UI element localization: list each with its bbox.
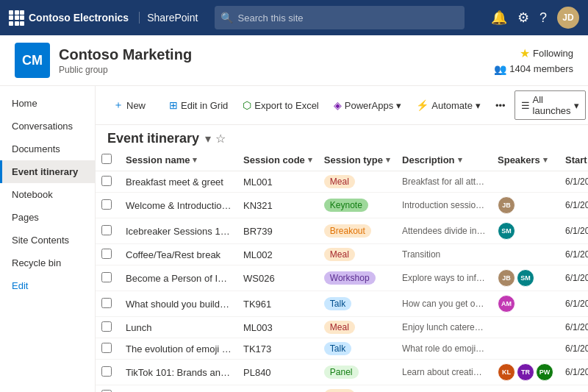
settings-icon[interactable]: ⚙ <box>517 10 529 26</box>
start-time-cell: 6/1/2020 09:00AM <box>559 171 588 193</box>
row-checkbox[interactable] <box>101 298 112 308</box>
session-type-cell: Keynote <box>318 193 396 218</box>
notification-icon[interactable]: 🔔 <box>491 10 507 26</box>
search-input[interactable] <box>215 6 465 29</box>
sidebar-item-recycle-bin[interactable]: Recycle bin <box>0 252 95 274</box>
col-session-code[interactable]: Session code ▾ <box>237 149 318 171</box>
user-avatar[interactable]: JD <box>557 7 579 29</box>
powerapps-button[interactable]: ◈ PowerApps ▾ <box>328 96 407 114</box>
session-name-link[interactable]: Coffee/Tea/Rest break <box>126 249 220 260</box>
col-start-time[interactable]: Start time ▾ <box>559 149 588 171</box>
session-name-cell: What should you build next? 💬 <box>120 291 237 317</box>
sidebar: Home Conversations Documents Event itine… <box>0 86 96 392</box>
speakers-cell <box>492 244 559 266</box>
favorite-icon[interactable]: ☆ <box>215 132 226 146</box>
session-code-cell: KN321 <box>237 193 318 218</box>
session-name-link[interactable]: TikTok 101: Brands and Influ... <box>126 367 237 378</box>
session-name-link[interactable]: What should you build next? <box>126 299 237 310</box>
site-title: Contoso Marketing <box>59 46 192 63</box>
sidebar-item-event-itinerary[interactable]: Event itinerary <box>0 160 95 183</box>
members-count: 👥 1404 members <box>494 63 573 75</box>
session-code-cell: WS026 <box>237 266 318 291</box>
list-title: Event itinerary <box>107 131 199 146</box>
session-code-cell: ML003 <box>237 317 318 338</box>
table-row: Become a Person of InfluenceWS026Worksho… <box>96 266 588 291</box>
row-checkbox[interactable] <box>101 272 112 282</box>
sidebar-item-home[interactable]: Home <box>0 92 95 115</box>
session-code-cell: TK173 <box>237 338 318 360</box>
search-icon: 🔍 <box>220 12 233 24</box>
export-button[interactable]: ⬡ Export to Excel <box>237 96 324 114</box>
all-launches-button[interactable]: ☰ All launches ▾ <box>514 90 586 120</box>
session-type-cell: Meal <box>318 385 396 393</box>
session-type-cell: Meal <box>318 171 396 193</box>
site-icon: CM <box>15 43 50 78</box>
sidebar-item-conversations[interactable]: Conversations <box>0 115 95 138</box>
row-checkbox[interactable] <box>101 199 112 210</box>
sidebar-item-edit[interactable]: Edit <box>0 274 95 297</box>
speakers-cell <box>492 317 559 338</box>
row-checkbox[interactable] <box>101 343 112 353</box>
col-session-type[interactable]: Session type ▾ <box>318 149 396 171</box>
sidebar-item-notebook[interactable]: Notebook <box>0 183 95 206</box>
session-type-badge: Talk <box>324 297 351 310</box>
row-checkbox[interactable] <box>101 390 112 393</box>
edit-grid-button[interactable]: ⊞ Edit in Grid <box>163 96 234 114</box>
session-type-badge: Breakout <box>324 224 371 238</box>
table-row: Icebreaker Sessions 1 - 4BR739BreakoutAt… <box>96 218 588 244</box>
row-checkbox[interactable] <box>101 321 112 332</box>
excel-icon: ⬡ <box>243 99 251 111</box>
row-checkbox[interactable] <box>101 176 112 186</box>
grid-icon: ⊞ <box>169 99 178 111</box>
speaker-avatar: KL <box>498 363 515 381</box>
table-row: Welcome & Introduction 💬KN321KeynoteIntr… <box>96 193 588 218</box>
speaker-avatar: JB <box>498 269 515 287</box>
list-icon: ☰ <box>521 100 530 111</box>
session-code-cell: ML004 <box>237 385 318 393</box>
session-name-link[interactable]: Lunch <box>126 322 151 333</box>
content-area: ＋ New ⊞ Edit in Grid ⬡ Export to Excel ◈… <box>96 86 588 392</box>
start-time-cell: 6/1/2020 2:30PM <box>559 360 588 385</box>
sidebar-item-documents[interactable]: Documents <box>0 138 95 160</box>
table-container[interactable]: Session name ▾ Session code ▾ Session ty… <box>96 149 588 392</box>
help-icon[interactable]: ? <box>539 10 547 26</box>
start-time-cell: 6/1/2020 09:30AM <box>559 193 588 218</box>
speaker-avatar: SM <box>498 222 515 240</box>
session-type-cell: Meal <box>318 244 396 266</box>
table-row: TikTok 101: Brands and Influ...PL840Pane… <box>96 360 588 385</box>
speakers-cell: KLTRPW <box>492 360 559 385</box>
row-checkbox[interactable] <box>101 225 112 235</box>
session-name-link[interactable]: Welcome & Introduction <box>126 200 232 211</box>
session-name-link[interactable]: Breakfast meet & greet <box>126 177 223 188</box>
session-name-link[interactable]: Become a Person of Influence <box>126 273 237 284</box>
col-speakers[interactable]: Speakers ▾ <box>492 149 559 171</box>
automate-button[interactable]: ⚡ Automate ▾ <box>410 96 487 114</box>
row-checkbox[interactable] <box>101 366 112 377</box>
description-cell: Introduction session ... <box>396 193 492 218</box>
dropdown-icon[interactable]: ▾ <box>205 132 211 146</box>
plus-icon: ＋ <box>113 99 123 112</box>
following-button[interactable]: ★ Following <box>520 46 573 60</box>
row-checkbox[interactable] <box>101 249 112 259</box>
session-name-cell: Welcome & Introduction 💬 <box>120 193 237 218</box>
session-name-link[interactable]: The evolution of emoji usag... <box>126 343 237 354</box>
people-icon: 👥 <box>494 63 506 75</box>
sidebar-item-site-contents[interactable]: Site Contents <box>0 229 95 252</box>
description-cell: Transition <box>396 244 492 266</box>
app-logo[interactable]: Contoso Electronics <box>9 10 129 26</box>
more-button[interactable]: ••• <box>490 97 512 114</box>
new-button[interactable]: ＋ New <box>107 96 151 115</box>
select-all-checkbox[interactable] <box>101 154 112 164</box>
new-label: New <box>126 100 146 111</box>
start-time-cell: 6/1/2020 10:45AM <box>559 266 588 291</box>
table-row: What should you build next? 💬TK961TalkHo… <box>96 291 588 317</box>
session-type-cell: Talk <box>318 338 396 360</box>
session-name-link[interactable]: Icebreaker Sessions 1 - 4 <box>126 226 234 237</box>
table-row: LunchML003MealEnjoy lunch catered b...6/… <box>96 317 588 338</box>
sidebar-item-pages[interactable]: Pages <box>0 206 95 229</box>
col-description[interactable]: Description ▾ <box>396 149 492 171</box>
list-title-icons: ▾ ☆ <box>205 132 226 146</box>
session-name-cell: Breakfast meet & greet <box>120 171 237 193</box>
session-type-badge: Meal <box>324 321 355 334</box>
col-session-name[interactable]: Session name ▾ <box>120 149 237 171</box>
